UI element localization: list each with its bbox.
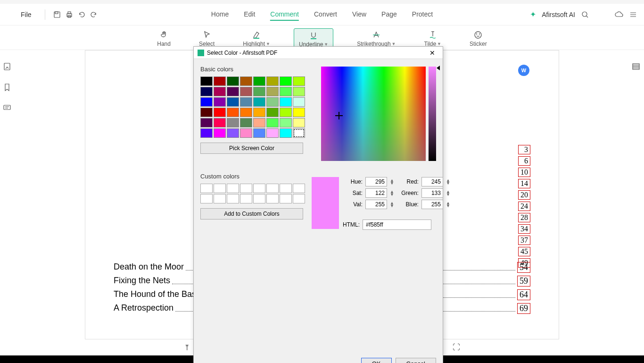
close-icon[interactable]: ✕ xyxy=(426,48,439,58)
custom-color-slot[interactable] xyxy=(214,184,226,193)
basic-color-swatch[interactable] xyxy=(293,108,305,117)
tool-hand[interactable]: Hand xyxy=(152,28,175,49)
basic-color-swatch[interactable] xyxy=(253,87,265,96)
basic-color-swatch[interactable] xyxy=(293,97,305,107)
basic-color-swatch[interactable] xyxy=(280,108,292,117)
html-input[interactable] xyxy=(363,219,431,230)
custom-color-slot[interactable] xyxy=(266,194,279,203)
basic-color-swatch[interactable] xyxy=(214,97,226,107)
tab-protect[interactable]: Protect xyxy=(412,8,433,21)
basic-color-swatch[interactable] xyxy=(227,97,239,107)
basic-color-swatch[interactable] xyxy=(200,76,213,86)
basic-color-swatch[interactable] xyxy=(266,128,279,138)
thumbnails-icon[interactable] xyxy=(3,62,12,72)
custom-color-slot[interactable] xyxy=(240,184,252,193)
tab-page[interactable]: Page xyxy=(381,8,397,21)
value-slider[interactable] xyxy=(429,67,436,161)
basic-color-swatch[interactable] xyxy=(214,118,226,127)
basic-color-swatch[interactable] xyxy=(214,76,226,86)
basic-color-swatch[interactable] xyxy=(266,108,279,117)
blue-input[interactable] xyxy=(421,200,443,209)
word-badge[interactable]: W xyxy=(518,65,529,76)
basic-color-swatch[interactable] xyxy=(253,118,265,127)
custom-color-slot[interactable] xyxy=(266,184,279,193)
basic-color-swatch[interactable] xyxy=(240,76,252,86)
basic-color-swatch[interactable] xyxy=(280,87,292,96)
custom-color-slot[interactable] xyxy=(227,194,239,203)
tool-sticker[interactable]: Sticker xyxy=(465,28,492,49)
hue-input[interactable] xyxy=(365,177,387,186)
tab-home[interactable]: Home xyxy=(211,8,229,21)
basic-color-swatch[interactable] xyxy=(280,97,292,107)
custom-color-slot[interactable] xyxy=(253,184,265,193)
basic-color-swatch[interactable] xyxy=(293,128,305,138)
basic-color-swatch[interactable] xyxy=(227,76,239,86)
basic-color-swatch[interactable] xyxy=(266,76,279,86)
hamburger-icon[interactable] xyxy=(7,10,15,19)
basic-color-swatch[interactable] xyxy=(227,118,239,127)
save-icon[interactable] xyxy=(53,10,61,19)
custom-color-slot[interactable] xyxy=(240,194,252,203)
custom-color-slot[interactable] xyxy=(227,184,239,193)
basic-color-swatch[interactable] xyxy=(227,108,239,117)
tab-convert[interactable]: Convert xyxy=(314,8,337,21)
print-icon[interactable] xyxy=(65,10,74,19)
panel-icon[interactable] xyxy=(632,62,641,72)
basic-color-swatch[interactable] xyxy=(253,76,265,86)
ai-button[interactable]: Afirstsoft AI xyxy=(542,11,575,18)
basic-color-swatch[interactable] xyxy=(227,87,239,96)
basic-color-swatch[interactable] xyxy=(214,108,226,117)
custom-color-slot[interactable] xyxy=(280,194,292,203)
custom-color-slot[interactable] xyxy=(293,184,305,193)
value-slider-handle[interactable] xyxy=(437,66,440,70)
basic-color-swatch[interactable] xyxy=(240,97,252,107)
custom-color-slot[interactable] xyxy=(280,184,292,193)
basic-color-swatch[interactable] xyxy=(227,128,239,138)
basic-color-swatch[interactable] xyxy=(240,108,252,117)
basic-color-swatch[interactable] xyxy=(240,128,252,138)
green-input[interactable] xyxy=(421,188,443,198)
red-input[interactable] xyxy=(421,177,443,186)
scroll-top-icon[interactable]: ⤒ xyxy=(181,342,193,353)
tab-comment[interactable]: Comment xyxy=(270,8,299,21)
val-input[interactable] xyxy=(365,200,387,209)
bookmark-icon[interactable] xyxy=(3,83,12,93)
basic-color-swatch[interactable] xyxy=(280,76,292,86)
tab-edit[interactable]: Edit xyxy=(244,8,255,21)
add-custom-colors-button[interactable]: Add to Custom Colors xyxy=(200,208,303,219)
sat-input[interactable] xyxy=(365,188,387,198)
basic-color-swatch[interactable] xyxy=(266,118,279,127)
basic-color-swatch[interactable] xyxy=(214,87,226,96)
tab-view[interactable]: View xyxy=(352,8,366,21)
fullscreen-icon[interactable]: ⛶ xyxy=(450,342,463,353)
cancel-button[interactable]: Cancel xyxy=(396,358,436,363)
basic-color-swatch[interactable] xyxy=(214,128,226,138)
redo-icon[interactable] xyxy=(90,10,98,19)
basic-color-swatch[interactable] xyxy=(200,108,213,117)
custom-color-slot[interactable] xyxy=(214,194,226,203)
color-field[interactable] xyxy=(321,67,426,161)
basic-color-swatch[interactable] xyxy=(293,76,305,86)
basic-color-swatch[interactable] xyxy=(266,87,279,96)
basic-color-swatch[interactable] xyxy=(280,118,292,127)
basic-color-swatch[interactable] xyxy=(200,87,213,96)
settings-icon[interactable] xyxy=(629,10,637,19)
basic-color-swatch[interactable] xyxy=(200,97,213,107)
custom-color-slot[interactable] xyxy=(253,194,265,203)
basic-color-swatch[interactable] xyxy=(280,128,292,138)
cloud-icon[interactable] xyxy=(615,10,623,19)
basic-color-swatch[interactable] xyxy=(240,87,252,96)
file-menu[interactable]: File xyxy=(21,11,32,18)
basic-color-swatch[interactable] xyxy=(253,108,265,117)
undo-icon[interactable] xyxy=(77,10,86,19)
custom-color-slot[interactable] xyxy=(200,184,213,193)
custom-color-slot[interactable] xyxy=(293,194,305,203)
basic-color-swatch[interactable] xyxy=(253,128,265,138)
basic-color-swatch[interactable] xyxy=(240,118,252,127)
search-icon[interactable] xyxy=(581,10,589,19)
comments-icon[interactable] xyxy=(3,104,12,113)
basic-color-swatch[interactable] xyxy=(293,87,305,96)
custom-color-slot[interactable] xyxy=(200,194,213,203)
basic-color-swatch[interactable] xyxy=(200,128,213,138)
basic-color-swatch[interactable] xyxy=(266,97,279,107)
